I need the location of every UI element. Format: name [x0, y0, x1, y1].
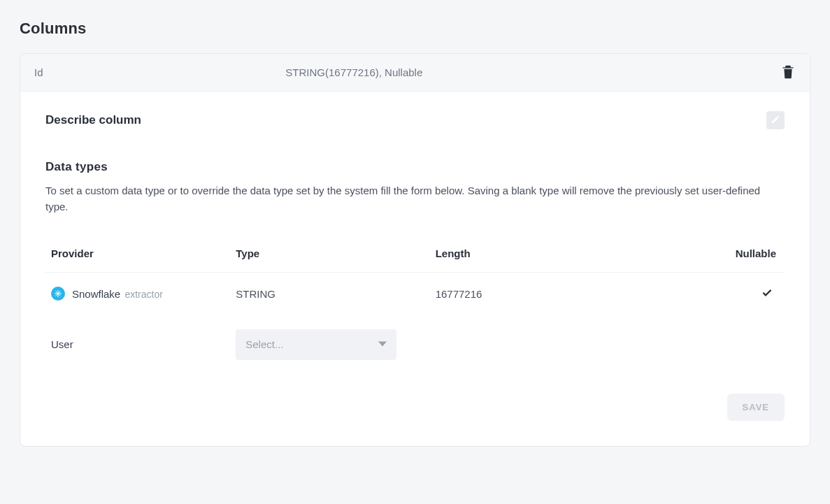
- th-type: Type: [230, 239, 429, 273]
- column-card: Id STRING(16777216), Nullable Describe c…: [20, 53, 810, 447]
- table-row: User Select...: [45, 315, 785, 374]
- datatypes-table: Provider Type Length Nullable: [45, 239, 785, 374]
- save-button[interactable]: SAVE: [727, 394, 785, 421]
- caret-down-icon: [378, 338, 387, 350]
- snowflake-icon: [51, 287, 65, 301]
- column-name: Id: [34, 66, 285, 78]
- th-length: Length: [430, 239, 674, 273]
- page-title: Columns: [20, 20, 810, 38]
- provider-name: User: [51, 338, 73, 350]
- delete-column-button[interactable]: [779, 62, 797, 83]
- length-value: 16777216: [430, 272, 674, 315]
- type-select[interactable]: Select...: [236, 329, 396, 360]
- datatypes-heading: Data types: [45, 160, 785, 174]
- pencil-icon: [771, 115, 780, 127]
- datatypes-description: To set a custom data type or to override…: [45, 182, 785, 215]
- trash-icon: [782, 70, 794, 80]
- column-type-summary: STRING(16777216), Nullable: [285, 66, 768, 78]
- th-provider: Provider: [45, 239, 230, 273]
- select-placeholder: Select...: [245, 338, 283, 350]
- describe-heading: Describe column: [45, 113, 141, 127]
- type-value: STRING: [230, 272, 429, 315]
- column-card-header[interactable]: Id STRING(16777216), Nullable: [20, 54, 810, 92]
- table-row: Snowflake extractor STRING 16777216: [45, 272, 785, 315]
- check-icon: [761, 289, 773, 301]
- th-nullable: Nullable: [673, 239, 785, 273]
- provider-name: Snowflake: [72, 288, 120, 300]
- provider-sub: extractor: [124, 289, 162, 300]
- edit-description-button[interactable]: [766, 111, 785, 129]
